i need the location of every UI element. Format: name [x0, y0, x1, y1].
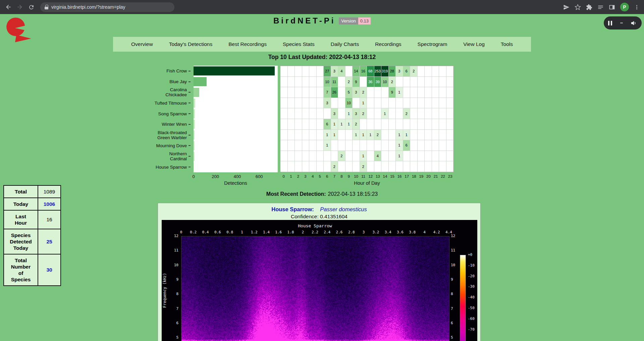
axis-tick — [189, 156, 191, 157]
heatmap-cell: 1 — [331, 119, 338, 130]
heatmap-cell — [317, 108, 324, 119]
nav-item-spectrogram[interactable]: Spectrogram — [418, 41, 447, 47]
stats-value[interactable]: 1006 — [38, 198, 61, 210]
heatmap-cell — [389, 151, 396, 162]
heatmap-cell — [280, 66, 288, 77]
heatmap-cell: 14 — [353, 66, 360, 77]
side-panel-icon[interactable] — [609, 4, 615, 10]
nav-item-today-s-detections[interactable]: Today's Detections — [169, 41, 213, 47]
heatmap-cell — [439, 130, 446, 140]
heatmap-cell — [317, 151, 324, 162]
confidence-text: Confidence: 0.41351604 — [158, 214, 480, 220]
axis-tick — [189, 71, 191, 71]
address-bar[interactable]: virginia.birdnetpi.com/?stream=play — [40, 2, 174, 12]
hour-tick: 21 — [434, 174, 438, 178]
bookmark-star-icon[interactable] — [575, 4, 581, 10]
volume-icon[interactable] — [631, 20, 637, 26]
species-latin-name[interactable]: Passer domesticus — [320, 206, 367, 212]
detection-panel: House Sparrow: Passer domesticus Confide… — [158, 203, 481, 341]
heatmap-cell — [425, 140, 432, 151]
seek-dash-icon[interactable] — [620, 22, 623, 23]
hour-tick: 19 — [419, 174, 423, 178]
heatmap-cell — [410, 98, 418, 109]
heatmap-cell: 10 — [381, 77, 389, 88]
spectrogram-ytick-right: 10 — [451, 263, 455, 267]
profile-avatar[interactable]: P — [620, 3, 629, 11]
version-label: Version — [339, 17, 358, 24]
spectrogram-xtick: 0.8 — [226, 230, 233, 234]
hour-tick: 11 — [361, 174, 365, 178]
bar-category-label: Tufted Titmouse — [101, 98, 191, 108]
heatmap-cell — [410, 87, 418, 98]
heatmap-cell — [353, 161, 360, 172]
nav-item-overview[interactable]: Overview — [131, 41, 153, 47]
heatmap-cell — [374, 140, 382, 151]
heatmap-cell — [410, 77, 418, 88]
nav-item-best-recordings[interactable]: Best Recordings — [228, 41, 267, 47]
heatmap-cell — [288, 108, 295, 119]
heatmap-cell — [446, 108, 454, 119]
species-common-name[interactable]: House Sparrow: — [271, 206, 314, 212]
spectrogram-xtick: 2 — [302, 230, 304, 234]
bar — [194, 77, 207, 86]
extensions-puzzle-icon[interactable] — [586, 4, 592, 10]
heatmap-cell — [381, 130, 389, 140]
menu-kebab-icon[interactable] — [634, 4, 640, 10]
spectrogram-canvas — [181, 236, 449, 341]
stats-value[interactable]: 30 — [38, 254, 61, 286]
heatmap-cell: 27 — [324, 66, 331, 77]
heatmap-cell: 26 — [331, 87, 338, 98]
audio-player[interactable] — [604, 16, 642, 30]
forward-icon[interactable] — [14, 1, 25, 13]
heatmap-cell: 9 — [389, 87, 396, 98]
pause-icon[interactable] — [608, 21, 612, 25]
spectrogram-xtick: 3.8 — [409, 230, 416, 234]
heatmap-cell — [338, 108, 345, 119]
nav-item-species-stats[interactable]: Species Stats — [283, 41, 315, 47]
spectrogram-image: House Sparrow Frequency (kHz) 00.20.40.6… — [162, 220, 477, 341]
spectrogram-xtick: 4.2 — [433, 230, 440, 234]
heatmap-cell — [295, 119, 302, 130]
heatmap-cell: 2 — [403, 108, 411, 119]
heatmap-cell — [360, 77, 367, 88]
lock-icon[interactable] — [45, 5, 48, 9]
nav-item-view-log[interactable]: View Log — [463, 41, 484, 47]
heatmap-cell — [425, 130, 432, 140]
heatmap-cell: 2 — [338, 151, 345, 162]
heatmap-cell: 36 — [367, 77, 374, 88]
nav-item-daily-charts[interactable]: Daily Charts — [331, 41, 359, 47]
heatmap-cell — [381, 119, 389, 130]
spectrogram-ylabel: Frequency (kHz) — [162, 240, 167, 341]
spectrogram-xtick: 0.2 — [190, 230, 197, 234]
heatmap-cell: 6 — [403, 66, 411, 77]
heatmap-cell — [410, 119, 418, 130]
bar-category-text: Song Sparrow — [158, 111, 187, 116]
back-icon[interactable] — [3, 1, 14, 13]
nav-item-recordings[interactable]: Recordings — [375, 41, 401, 47]
heatmap-cell: 1 — [360, 130, 367, 140]
spectrogram-ytick-right: 9 — [451, 277, 453, 282]
heatmap-cell — [381, 140, 389, 151]
heatmap-cell — [302, 161, 310, 172]
heatmap-cell — [317, 66, 324, 77]
bar — [194, 109, 195, 118]
heatmap-cell — [353, 98, 360, 109]
stats-value[interactable]: 25 — [38, 229, 61, 254]
heatmap-cell — [317, 119, 324, 130]
heatmap-cell: 2 — [389, 77, 396, 88]
nav-item-tools[interactable]: Tools — [501, 41, 513, 47]
heatmap-cell — [381, 161, 389, 172]
bar-category-label: Blue Jay — [101, 76, 191, 87]
heatmap-cell: 4 — [338, 66, 345, 77]
heatmap-cell — [317, 130, 324, 140]
hour-tick: 8 — [340, 174, 342, 178]
bar — [194, 152, 195, 161]
reading-list-icon[interactable] — [597, 4, 604, 10]
heatmap-cell — [309, 140, 317, 151]
reload-icon[interactable] — [25, 1, 37, 13]
hour-tick: 4 — [312, 174, 314, 178]
heatmap-cell — [418, 130, 425, 140]
heatmap-cell: 3 — [324, 98, 331, 109]
spectrogram-ytick-left: 12 — [162, 234, 178, 238]
send-icon[interactable] — [563, 4, 570, 10]
